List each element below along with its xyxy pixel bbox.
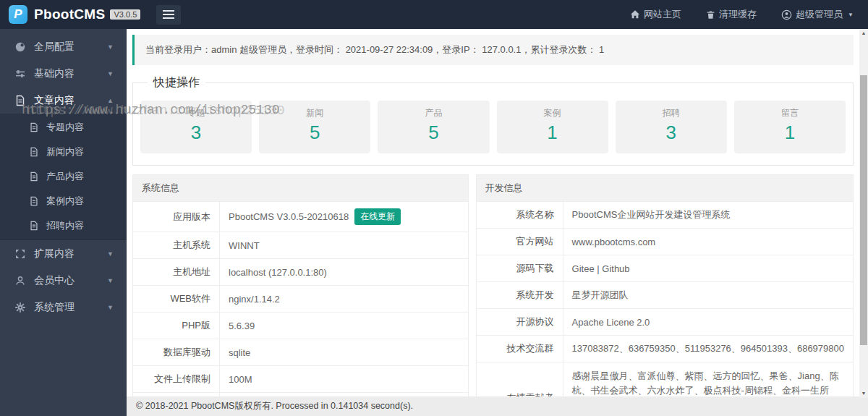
scroll-down-arrow-icon[interactable]: ▼: [859, 389, 868, 398]
chevron-down-icon: ▼: [848, 12, 854, 18]
sliders-icon: [14, 68, 26, 80]
quick-actions-panel: 快捷操作 专题 3 新闻 5 产品 5 案例 1 招聘 3: [132, 75, 854, 166]
table-row: 系统名称 PbootCMS企业网站开发建设管理系统: [477, 201, 853, 228]
sidebar-subitem-label: 产品内容: [46, 170, 84, 183]
sidebar-item-label: 系统管理: [34, 301, 75, 314]
brand-title: PbootCMS: [34, 7, 105, 22]
sidebar-item-label: 全局配置: [34, 41, 75, 54]
user-menu[interactable]: 超级管理员 ▼: [781, 8, 854, 21]
official-site-link[interactable]: www.pbootcms.com: [563, 229, 853, 255]
row-label: PHP版: [133, 313, 220, 339]
trash-icon: [706, 10, 715, 20]
chevron-down-icon: ▼: [107, 43, 114, 51]
row-label: 源码下载: [477, 255, 563, 281]
sidebar-item-basic-content[interactable]: 基础内容 ▼: [0, 60, 127, 87]
file-icon: [29, 221, 39, 231]
row-value: 100M: [220, 366, 468, 392]
table-row: 应用版本 PbootCMS V3.0.5-20210618 在线更新: [133, 201, 468, 232]
row-value: Apache Licene 2.0: [563, 309, 853, 335]
chevron-down-icon: ▼: [107, 70, 114, 77]
sidebar-subitem-recruit[interactable]: 招聘内容: [0, 213, 127, 238]
row-value: 5.6.39: [220, 313, 468, 339]
stat-card-label: 产品: [378, 107, 489, 119]
row-value: 137083872、636759350、511953276、964501393、…: [563, 336, 853, 362]
row-value: PbootCMS企业网站开发建设管理系统: [563, 202, 853, 228]
row-label: 系统开发: [477, 282, 563, 308]
stat-card-count: 3: [140, 122, 252, 144]
table-row: 数据库驱动 sqlite: [133, 339, 468, 365]
sidebar-item-global-config[interactable]: 全局配置 ▼: [0, 33, 127, 60]
sidebar-item-article-content[interactable]: 文章内容 ▲: [0, 87, 127, 114]
file-icon: [29, 147, 39, 157]
stat-card-recruit[interactable]: 招聘 3: [616, 101, 727, 153]
topbar: P PbootCMS V3.0.5 网站主页 清理缓存: [0, 0, 868, 29]
stat-card-product[interactable]: 产品 5: [378, 101, 489, 153]
table-row: 开源协议 Apache Licene 2.0: [477, 308, 853, 335]
user-circle-icon: [781, 9, 792, 20]
globe-icon: [14, 41, 26, 53]
row-label: 主机地址: [133, 259, 220, 285]
sidebar-subitem-label: 新闻内容: [46, 145, 84, 158]
sidebar-subitem-topic[interactable]: 专题内容: [0, 115, 127, 140]
chevron-down-icon: ▼: [107, 250, 114, 258]
chevron-down-icon: ▼: [107, 277, 114, 284]
scrollbar-thumb[interactable]: [860, 75, 867, 345]
online-update-button[interactable]: 在线更新: [354, 208, 401, 225]
info-tables: 系统信息 应用版本 PbootCMS V3.0.5-20210618 在线更新 …: [132, 174, 854, 416]
sidebar-subitem-label: 专题内容: [46, 121, 84, 134]
topnav: 网站主页 清理缓存 超级管理员 ▼: [630, 8, 868, 21]
row-label: 主机系统: [133, 232, 220, 258]
main-content: 当前登录用户：admin 超级管理员，登录时间： 2021-09-27 22:3…: [127, 29, 859, 416]
stat-card-label: 专题: [140, 107, 252, 119]
stat-card-label: 招聘: [616, 107, 727, 119]
file-icon: [29, 171, 39, 182]
gear-icon: [14, 302, 26, 313]
sidebar-subitem-news[interactable]: 新闻内容: [0, 140, 127, 164]
home-icon: [630, 9, 640, 20]
dev-info-title: 开发信息: [477, 175, 853, 201]
scroll-up-arrow-icon[interactable]: ▲: [859, 29, 868, 38]
source-download-links[interactable]: Gitee | Github: [563, 255, 853, 281]
article-submenu: 专题内容 新闻内容 产品内容 案例内容 招聘内容: [0, 114, 127, 240]
sidebar-item-system-manage[interactable]: 系统管理 ▼: [0, 294, 127, 321]
stat-card-count: 3: [616, 122, 727, 144]
stat-card-count: 5: [378, 122, 489, 144]
sidebar-item-member-center[interactable]: 会员中心 ▼: [0, 267, 127, 294]
stat-card-topic[interactable]: 专题 3: [140, 101, 252, 153]
clear-cache-button[interactable]: 清理缓存: [706, 8, 757, 21]
site-home-link[interactable]: 网站主页: [630, 8, 681, 21]
stat-card-count: 1: [734, 122, 846, 144]
stat-card-case[interactable]: 案例 1: [497, 101, 608, 153]
table-row: 主机系统 WINNT: [133, 232, 468, 258]
dev-info-table: 开发信息 系统名称 PbootCMS企业网站开发建设管理系统 官方网站 www.…: [476, 174, 854, 416]
user-icon: [14, 275, 26, 286]
stat-card-count: 1: [497, 122, 608, 144]
vertical-scrollbar[interactable]: ▲ ▼: [859, 29, 868, 398]
row-value: nginx/1.14.2: [220, 286, 468, 312]
row-label: 技术交流群: [477, 336, 563, 362]
sidebar-item-label: 文章内容: [34, 94, 75, 107]
file-icon: [29, 196, 39, 206]
sidebar-item-label: 基础内容: [34, 67, 75, 80]
file-icon: [29, 122, 39, 132]
stat-card-message[interactable]: 留言 1: [734, 101, 846, 153]
stat-card-news[interactable]: 新闻 5: [259, 101, 370, 153]
row-label: 应用版本: [133, 202, 220, 232]
site-home-label: 网站主页: [644, 8, 681, 21]
sidebar-toggle-button[interactable]: [156, 5, 181, 25]
sidebar-subitem-label: 案例内容: [46, 195, 84, 208]
sidebar-item-label: 会员中心: [34, 274, 75, 287]
row-label: 文件上传限制: [133, 366, 220, 392]
row-label: 官方网站: [477, 229, 563, 255]
row-label: 开源协议: [477, 309, 563, 335]
row-value: PbootCMS V3.0.5-20210618 在线更新: [220, 202, 468, 232]
user-menu-label: 超级管理员: [796, 8, 843, 21]
quick-actions-title: 快捷操作: [148, 75, 205, 90]
sidebar-subitem-case[interactable]: 案例内容: [0, 189, 127, 213]
sidebar-subitem-product[interactable]: 产品内容: [0, 164, 127, 189]
system-info-table: 系统信息 应用版本 PbootCMS V3.0.5-20210618 在线更新 …: [132, 174, 469, 416]
sidebar-item-extend-content[interactable]: 扩展内容 ▼: [0, 240, 127, 267]
table-row: 源码下载 Gitee | Github: [477, 255, 853, 281]
row-value: sqlite: [220, 339, 468, 365]
sidebar-subitem-label: 招聘内容: [46, 219, 84, 232]
